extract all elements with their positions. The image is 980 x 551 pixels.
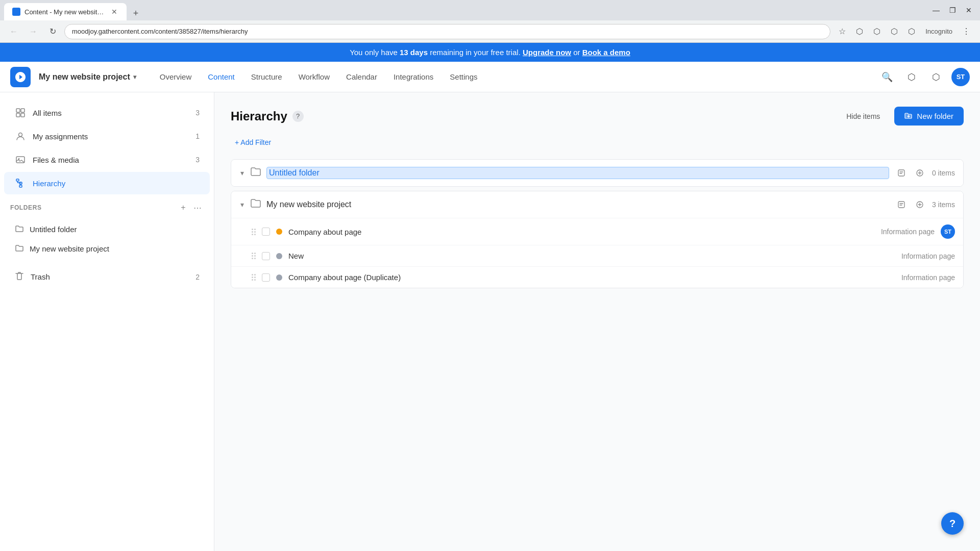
trial-text-middle: remaining in your free trial. bbox=[430, 48, 523, 57]
minimize-button[interactable]: — bbox=[929, 3, 943, 17]
sidebar-item-files-media[interactable]: Files & media 3 bbox=[4, 148, 210, 171]
folder-untitled-template-icon[interactable] bbox=[894, 166, 909, 180]
close-button[interactable]: ✕ bbox=[962, 3, 976, 17]
upgrade-now-link[interactable]: Upgrade now bbox=[523, 48, 571, 57]
add-filter-button[interactable]: + Add Filter bbox=[231, 136, 275, 148]
add-folder-button[interactable]: + bbox=[177, 202, 189, 214]
sidebar-folder-project[interactable]: My new website project bbox=[4, 239, 210, 258]
item-type-1: Information page bbox=[881, 228, 935, 236]
active-tab[interactable]: Content - My new website proj ✕ bbox=[4, 3, 127, 20]
app-logo[interactable] bbox=[10, 67, 31, 87]
extensions-puzzle-icon[interactable]: ⬡ bbox=[869, 24, 885, 39]
book-demo-link[interactable]: Book a demo bbox=[582, 48, 630, 57]
toolbar-icons: ☆ ⬡ ⬡ ⬡ ⬡ Incognito ⋮ bbox=[835, 24, 974, 39]
refresh-button[interactable]: ↻ bbox=[45, 24, 60, 39]
tab-close-button[interactable]: ✕ bbox=[110, 7, 118, 17]
folder-project-expand[interactable]: ▾ bbox=[239, 199, 245, 210]
item-status-dot-3 bbox=[276, 274, 282, 281]
content-items: Company about page Information page ST bbox=[231, 218, 963, 288]
nav-settings[interactable]: Settings bbox=[443, 68, 484, 85]
window-controls: — ❐ ✕ bbox=[929, 3, 976, 17]
folder-project-template-icon[interactable] bbox=[894, 197, 909, 212]
nav-overview[interactable]: Overview bbox=[153, 68, 199, 85]
new-folder-button[interactable]: New folder bbox=[894, 107, 964, 126]
folder-icon-untitled bbox=[14, 224, 24, 234]
folder-more-button[interactable]: ⋯ bbox=[191, 202, 204, 214]
hierarchy-label: Hierarchy bbox=[33, 179, 200, 188]
person-icon bbox=[14, 130, 27, 142]
nav-structure[interactable]: Structure bbox=[244, 68, 289, 85]
profile-icon[interactable]: ⬡ bbox=[887, 24, 902, 39]
item-name-3[interactable]: Company about page (Duplicate) bbox=[288, 273, 895, 282]
folder-project-add-icon[interactable] bbox=[913, 197, 927, 212]
svg-rect-1 bbox=[21, 109, 24, 112]
browser-tabs: Content - My new website proj ✕ + bbox=[4, 0, 143, 20]
folder-untitled-expand[interactable]: ▾ bbox=[239, 168, 245, 178]
forward-button[interactable]: → bbox=[26, 24, 41, 39]
sidebar-folder-untitled[interactable]: Untitled folder bbox=[4, 220, 210, 238]
extension-icon[interactable]: ⬡ bbox=[852, 24, 867, 39]
trial-text-before: You only have bbox=[350, 48, 400, 57]
hierarchy-help-icon[interactable]: ? bbox=[292, 111, 304, 122]
item-checkbox-2[interactable] bbox=[262, 252, 270, 260]
share-button[interactable]: ⬡ bbox=[902, 68, 921, 86]
project-dropdown-chevron: ▾ bbox=[133, 73, 136, 81]
trial-days: 13 days bbox=[400, 48, 428, 57]
tab-favicon bbox=[12, 8, 20, 16]
content-area: Hierarchy ? Hide items New folder bbox=[214, 92, 980, 551]
my-assignments-label: My assignments bbox=[33, 132, 195, 141]
folder-project-actions bbox=[894, 197, 927, 212]
help-fab-button[interactable]: ? bbox=[941, 512, 964, 535]
all-items-label: All items bbox=[33, 109, 195, 117]
search-button[interactable]: 🔍 bbox=[878, 68, 896, 86]
top-nav: My new website project ▾ Overview Conten… bbox=[0, 62, 980, 92]
nav-right: 🔍 ⬡ ⬡ ST bbox=[878, 68, 970, 86]
sidebar: All items 3 My assignments 1 bbox=[0, 92, 214, 551]
item-name-2[interactable]: New bbox=[288, 252, 895, 260]
folder-untitled-row: ▾ bbox=[231, 159, 964, 187]
files-media-count: 3 bbox=[195, 156, 200, 164]
grid-icon bbox=[14, 107, 27, 119]
user-avatar[interactable]: ST bbox=[951, 68, 970, 86]
split-screen-icon[interactable]: ⬡ bbox=[904, 24, 919, 39]
sidebar-item-my-assignments[interactable]: My assignments 1 bbox=[4, 125, 210, 147]
folder-untitled-type-icon bbox=[250, 166, 261, 180]
item-type-2: Information page bbox=[901, 252, 955, 260]
project-name[interactable]: My new website project ▾ bbox=[39, 72, 136, 82]
table-row: Company about page (Duplicate) Informati… bbox=[231, 267, 963, 288]
browser-titlebar: Content - My new website proj ✕ + — ❐ ✕ bbox=[0, 0, 980, 20]
new-tab-button[interactable]: + bbox=[129, 6, 143, 20]
item-name-1[interactable]: Company about page bbox=[288, 228, 875, 236]
trial-banner: You only have 13 days remaining in your … bbox=[0, 43, 980, 62]
maximize-button[interactable]: ❐ bbox=[945, 3, 960, 17]
folder-untitled-add-icon[interactable] bbox=[913, 166, 927, 180]
trash-icon bbox=[14, 271, 24, 283]
nav-workflow[interactable]: Workflow bbox=[291, 68, 337, 85]
sidebar-item-hierarchy[interactable]: Hierarchy bbox=[4, 172, 210, 194]
address-bar[interactable]: moodjoy.gathercontent.com/content/385827… bbox=[64, 24, 830, 39]
item-checkbox-3[interactable] bbox=[262, 273, 270, 282]
table-row: New Information page bbox=[231, 245, 963, 267]
folder-untitled-header: ▾ bbox=[231, 160, 963, 186]
trash-count: 2 bbox=[195, 273, 200, 281]
menu-button[interactable]: ⋮ bbox=[959, 24, 974, 39]
sidebar-trash[interactable]: Trash 2 bbox=[4, 266, 210, 288]
item-checkbox-1[interactable] bbox=[262, 228, 270, 236]
folder-project-header: ▾ My new website project bbox=[231, 191, 963, 218]
folder-untitled-name-input[interactable] bbox=[266, 167, 889, 179]
back-button[interactable]: ← bbox=[6, 24, 21, 39]
svg-rect-10 bbox=[898, 170, 904, 176]
drag-handle-1[interactable] bbox=[252, 229, 256, 235]
nav-calendar[interactable]: Calendar bbox=[339, 68, 384, 85]
drag-handle-3[interactable] bbox=[252, 274, 256, 281]
drag-handle-2[interactable] bbox=[252, 253, 256, 259]
hide-items-button[interactable]: Hide items bbox=[840, 109, 886, 123]
apps-button[interactable]: ⬡ bbox=[927, 68, 945, 86]
folder-project-type-icon bbox=[250, 198, 261, 212]
incognito-label: Incognito bbox=[925, 28, 952, 35]
nav-content[interactable]: Content bbox=[201, 68, 242, 85]
app-container: You only have 13 days remaining in your … bbox=[0, 43, 980, 551]
nav-integrations[interactable]: Integrations bbox=[386, 68, 440, 85]
bookmark-star-icon[interactable]: ☆ bbox=[835, 24, 850, 39]
sidebar-item-all-items[interactable]: All items 3 bbox=[4, 102, 210, 124]
